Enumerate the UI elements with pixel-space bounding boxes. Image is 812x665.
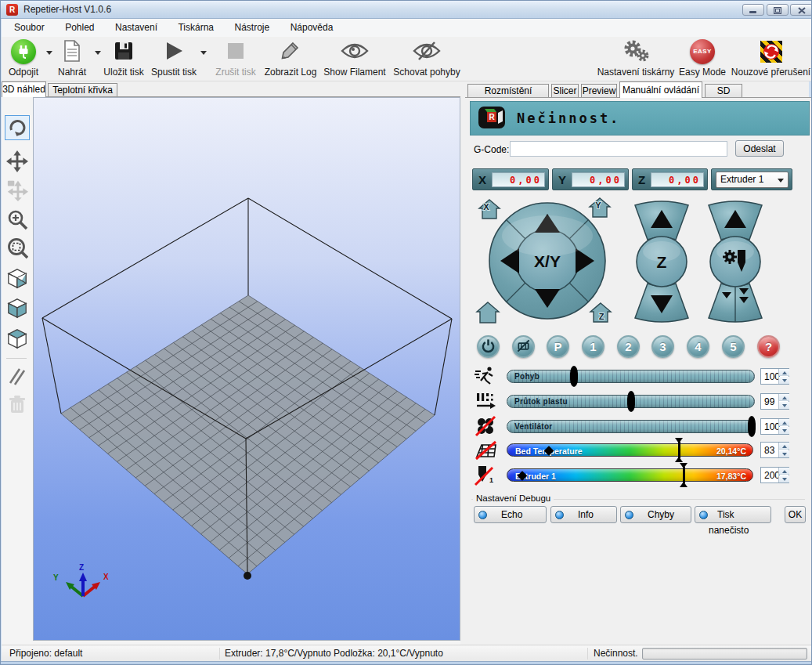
menu-tiskarna[interactable]: Tiskárna — [169, 19, 222, 37]
menu-pohled[interactable]: Pohled — [56, 19, 103, 37]
maximize-button[interactable] — [767, 4, 789, 16]
toolbar: Odpojit Nahrát Uložit tisk Spustit tisk … — [2, 37, 812, 81]
load-dropdown-icon[interactable] — [95, 51, 101, 55]
extruder-temp-up-arrow[interactable] — [779, 468, 789, 475]
move-view-tool[interactable] — [5, 149, 30, 174]
debug-info-button[interactable]: Info — [550, 506, 617, 523]
tab-object-placement[interactable]: Rozmístění objektů — [467, 84, 549, 98]
show-filament-button[interactable]: Show Filament — [320, 38, 389, 80]
debug-dry-run-button[interactable]: Tisk nanečisto — [695, 506, 771, 523]
speed-slider-label: Pohyb — [514, 372, 540, 381]
fan-slider[interactable]: Ventilátor — [507, 420, 755, 433]
printer-settings-button[interactable]: Nastavení tiskárny — [597, 38, 675, 80]
debug-errors-button[interactable]: Chyby — [620, 506, 691, 523]
extruder-temp-down-arrow[interactable] — [779, 475, 789, 482]
axis-indicator: Y Z X — [53, 563, 109, 596]
speed-slider[interactable]: Pohyb — [507, 370, 755, 383]
hide-moves-button[interactable]: Schovat pohyby — [392, 38, 462, 80]
extruder-heat-icon: 1 — [474, 464, 499, 487]
view-toolbar — [2, 97, 33, 645]
tab-manual-control[interactable]: Manuální ovládání — [619, 81, 702, 98]
load-button[interactable]: Nahrát — [53, 38, 91, 80]
motors-off-button[interactable] — [512, 335, 535, 358]
status-separator — [587, 648, 588, 660]
3d-viewport[interactable]: Y Z X — [33, 97, 460, 641]
y-axis-label: Y — [558, 173, 566, 186]
extruder-temp-slider[interactable]: Extruder 1 17,83°C — [507, 468, 753, 482]
connection-status: Připojeno: default — [9, 648, 82, 659]
preset-5-button[interactable]: 5 — [722, 335, 745, 358]
menu-napoveda[interactable]: Nápověda — [282, 19, 342, 37]
z-movement-pad[interactable]: Z — [631, 200, 692, 326]
xy-movement-pad[interactable]: X/Y — [485, 198, 610, 326]
parallel-projection-tool[interactable] — [5, 363, 30, 389]
tab-sd-card[interactable]: SD karta — [705, 84, 742, 98]
disconnect-dropdown-icon[interactable] — [46, 51, 52, 55]
easy-mode-button[interactable]: EASY Easy Mode — [678, 38, 727, 80]
start-print-button[interactable]: Spustit tisk — [150, 38, 198, 80]
speed-up-arrow[interactable] — [779, 369, 789, 376]
tab-slicer[interactable]: Slicer — [551, 84, 579, 98]
extruder-temp-spinner[interactable]: 200 — [760, 467, 789, 483]
speed-down-arrow[interactable] — [779, 377, 789, 384]
bed-temp-up-arrow[interactable] — [779, 443, 789, 450]
power-button[interactable] — [477, 335, 500, 358]
disconnect-button[interactable]: Odpojit — [3, 38, 44, 80]
top-view-tool[interactable] — [5, 326, 30, 351]
flow-up-arrow[interactable] — [779, 394, 789, 401]
debug-echo-button[interactable]: Echo — [474, 506, 547, 523]
isometric-view-tool[interactable] — [5, 266, 30, 291]
repetier-logo-icon: R — [478, 105, 506, 132]
preset-1-button[interactable]: 1 — [582, 335, 604, 358]
x-position-display: X 0,00 — [472, 168, 549, 190]
menu-bar: Soubor Pohled Nastavení Tiskárna Nástroj… — [2, 19, 812, 37]
show-log-button[interactable]: Zobrazit Log — [263, 38, 318, 80]
emergency-stop-button[interactable]: Nouzové přerušení — [730, 38, 812, 80]
close-button[interactable] — [790, 4, 812, 16]
extruder-select[interactable]: Extruder 1 — [716, 172, 789, 188]
bed-temp-spinner[interactable]: 83 — [760, 442, 789, 458]
tab-preview[interactable]: Preview — [581, 84, 617, 98]
start-print-dropdown-icon[interactable] — [200, 51, 207, 55]
chevron-down-icon — [778, 179, 784, 183]
tab-temperature-curve[interactable]: Teplotní křivka — [48, 83, 117, 97]
menu-soubor[interactable]: Soubor — [5, 19, 53, 37]
preset-3-button[interactable]: 3 — [651, 335, 674, 358]
gcode-input[interactable] — [510, 141, 727, 157]
printer-state-status: Nečinnost. — [594, 648, 638, 659]
flow-spinner[interactable]: 99 — [760, 393, 789, 410]
park-button[interactable]: P — [547, 335, 569, 358]
floppy-icon — [114, 41, 134, 63]
bed-temp-slider[interactable]: Bed Temperature 20,14°C — [507, 443, 753, 457]
preset-2-button[interactable]: 2 — [617, 335, 640, 358]
zoom-in-tool[interactable] — [5, 207, 30, 232]
preset-4-button[interactable]: 4 — [687, 335, 709, 358]
menu-nastroje[interactable]: Nástroje — [226, 19, 279, 37]
fan-slider-handle[interactable] — [748, 416, 756, 437]
speed-slider-handle[interactable] — [570, 366, 578, 387]
flow-slider-handle[interactable] — [627, 391, 635, 412]
flow-slider[interactable]: Průtok plastu — [507, 395, 755, 408]
help-button[interactable]: ? — [757, 335, 780, 358]
extruder-temp-target-handle[interactable] — [679, 463, 688, 487]
front-view-tool[interactable] — [5, 295, 30, 320]
debug-ok-button[interactable]: OK — [785, 506, 806, 523]
flow-down-arrow[interactable] — [779, 402, 789, 409]
zoom-fit-tool[interactable] — [5, 236, 30, 261]
extruder-pad[interactable] — [705, 200, 766, 326]
minimize-button[interactable] — [742, 4, 764, 16]
fan-up-arrow[interactable] — [779, 419, 789, 426]
tab-3d-view[interactable]: 3D náhled — [2, 81, 46, 97]
bed-temp-target-handle[interactable] — [674, 438, 684, 462]
title-bar[interactable]: R Repetier-Host V1.0.6 — [1, 1, 811, 19]
bed-temp-down-arrow[interactable] — [779, 450, 789, 457]
speed-spinner[interactable]: 100 — [760, 368, 789, 385]
menu-nastaveni[interactable]: Nastavení — [106, 19, 166, 37]
fan-spinner[interactable]: 100 — [760, 418, 789, 435]
y-position-value: 0,00 — [572, 172, 625, 187]
save-print-button[interactable]: Uložit tisk — [101, 38, 146, 80]
send-gcode-button[interactable]: Odeslat — [735, 140, 784, 157]
document-icon — [63, 40, 81, 64]
fan-down-arrow[interactable] — [779, 427, 789, 434]
rotate-view-tool[interactable] — [5, 115, 30, 140]
